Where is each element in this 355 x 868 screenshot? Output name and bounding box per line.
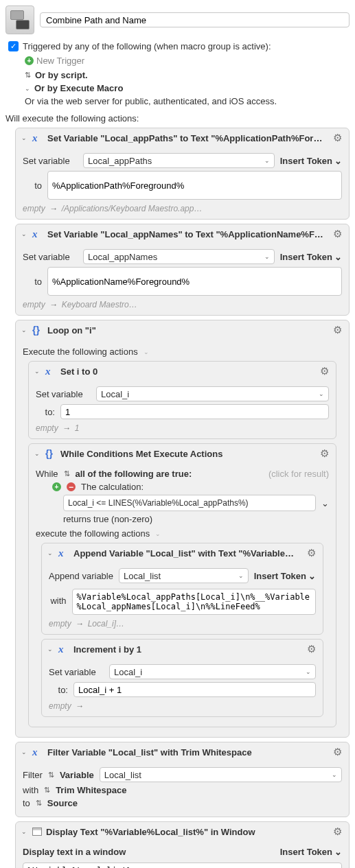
disclosure-icon[interactable]: ⌄	[21, 749, 28, 755]
variable-select[interactable]: Local_appPaths⌄	[83, 153, 275, 168]
updown-icon[interactable]: ⇅	[25, 71, 31, 80]
arrow-icon: →	[49, 204, 58, 213]
add-condition-button[interactable]: +	[52, 482, 61, 491]
variable-icon: x	[58, 548, 69, 559]
variable-select[interactable]: Local_appNames⌄	[83, 249, 275, 264]
action-increment-i[interactable]: ⌄ x Increment i by 1 ⚙ Set variable Loca…	[41, 639, 323, 717]
to-text-input[interactable]	[47, 267, 342, 296]
click-for-result[interactable]: (click for result)	[268, 469, 329, 479]
set-variable-label: Set variable	[23, 252, 78, 262]
action-title: Set i to 0	[60, 366, 314, 377]
to-label: to	[23, 798, 30, 808]
disclosure-icon[interactable]: ⌄	[21, 327, 28, 333]
gear-icon[interactable]: ⚙	[318, 365, 330, 377]
filter-label: Filter	[23, 770, 43, 780]
macro-icon	[5, 5, 34, 34]
disclosure-icon[interactable]: ⌄	[21, 134, 28, 141]
action-set-variable-appnames[interactable]: ⌄ x Set Variable "Local_appNames" to Tex…	[15, 224, 350, 316]
action-set-i[interactable]: ⌄ x Set i to 0 ⚙ Set variable Local_i⌄ t…	[28, 361, 336, 439]
action-title: Display Text "%Variable%Local_list%" in …	[46, 827, 327, 837]
macro-title-input[interactable]	[40, 12, 350, 27]
triggered-label: Triggered by any of the following (when …	[23, 41, 271, 51]
empty-label: empty	[49, 701, 71, 711]
action-title: Set Variable "Local_appNames" to Text "%…	[47, 229, 327, 239]
action-loop[interactable]: ⌄ {} Loop on "i" ⚙ Execute the following…	[15, 320, 350, 738]
set-variable-label: Set variable	[23, 156, 78, 166]
action-append-variable[interactable]: ⌄ x Append Variable "Local_list" with Te…	[41, 543, 323, 635]
chevron-down-icon[interactable]: ⌄	[321, 498, 329, 508]
variable-select[interactable]: Local_list⌄	[100, 767, 342, 782]
gear-icon[interactable]: ⚙	[331, 825, 343, 838]
preview-text: 1	[75, 423, 80, 433]
chevron-down-icon[interactable]: ⌄	[155, 530, 161, 537]
while-mode: all of the following are true:	[76, 469, 192, 479]
gear-icon[interactable]: ⚙	[305, 547, 317, 559]
or-via-web-label: Or via the web server for public, authen…	[25, 96, 277, 106]
updown-icon[interactable]: ⇅	[64, 469, 70, 478]
action-title: Loop on "i"	[47, 325, 327, 336]
filter-kind: Variable	[60, 770, 94, 780]
disclosure-icon[interactable]: ⌄	[34, 450, 41, 457]
disclosure-icon[interactable]: ⌄	[21, 231, 28, 237]
disclosure-icon[interactable]: ⌄	[21, 828, 28, 835]
remove-condition-button[interactable]: −	[67, 482, 76, 491]
chevron-down-icon[interactable]: ⌄	[144, 349, 149, 355]
action-set-variable-apppaths[interactable]: ⌄ x Set Variable "Local_appPaths" to Tex…	[15, 128, 350, 220]
disclosure-icon[interactable]: ⌄	[47, 550, 54, 556]
arrow-icon: →	[62, 423, 71, 433]
insert-token-button[interactable]: Insert Token⌄	[280, 252, 342, 262]
gear-icon[interactable]: ⚙	[305, 643, 317, 655]
preview-text: /Applications/Keyboard Maestro.app…	[62, 204, 203, 213]
disclosure-icon[interactable]: ⌄	[47, 646, 54, 653]
with-text-input[interactable]	[72, 589, 317, 615]
to-value-input[interactable]	[73, 682, 316, 697]
empty-label: empty	[23, 204, 45, 213]
updown-icon[interactable]: ⇅	[36, 799, 42, 808]
filter-to: Source	[47, 798, 78, 808]
gear-icon[interactable]: ⚙	[331, 324, 343, 336]
action-while[interactable]: ⌄ {} While Conditions Met Execute Action…	[28, 443, 336, 727]
action-filter-variable[interactable]: ⌄ x Filter Variable "Local_list" with Tr…	[15, 742, 350, 817]
to-value-input[interactable]	[60, 404, 329, 419]
disclosure-icon[interactable]: ⌄	[34, 368, 41, 375]
variable-select[interactable]: Local_list⌄	[119, 568, 249, 583]
insert-token-button[interactable]: Insert Token⌄	[280, 847, 342, 857]
empty-label: empty	[36, 423, 58, 433]
window-icon	[32, 828, 42, 836]
insert-token-button[interactable]: Insert Token⌄	[254, 571, 316, 581]
arrow-icon: →	[49, 300, 58, 309]
to-label: to:	[36, 407, 55, 417]
variable-icon: x	[32, 132, 43, 144]
chevron-down-icon[interactable]: ⌄	[25, 85, 30, 92]
variable-select[interactable]: Local_i⌄	[96, 386, 329, 401]
will-execute-label: Will execute the following actions:	[5, 113, 350, 124]
gear-icon[interactable]: ⚙	[331, 746, 343, 758]
triggered-checkbox[interactable]: ✓	[8, 41, 19, 51]
to-text-input[interactable]	[47, 171, 342, 200]
gear-icon[interactable]: ⚙	[318, 447, 330, 460]
display-text-input[interactable]	[23, 863, 342, 868]
filter-with: Trim Whitespace	[56, 785, 126, 795]
gear-icon[interactable]: ⚙	[331, 132, 343, 144]
variable-icon: x	[45, 366, 56, 377]
execute-actions-label: execute the following actions	[36, 528, 150, 539]
to-label: to	[23, 180, 42, 191]
insert-token-button[interactable]: Insert Token⌄	[280, 156, 342, 166]
with-label: with	[49, 596, 67, 606]
gear-icon[interactable]: ⚙	[331, 228, 343, 240]
arrow-icon: →	[76, 619, 84, 629]
execute-actions-label: Execute the following actions	[23, 347, 138, 357]
variable-select[interactable]: Local_i⌄	[109, 664, 316, 679]
updown-icon[interactable]: ⇅	[48, 771, 54, 779]
action-display-text[interactable]: ⌄ Display Text "%Variable%Local_list%" i…	[15, 821, 350, 868]
display-mode-label: Display text in a window	[23, 847, 126, 857]
new-trigger-button[interactable]: + New Trigger	[25, 56, 350, 66]
empty-label: empty	[23, 300, 45, 309]
set-variable-label: Set variable	[36, 389, 91, 399]
updown-icon[interactable]: ⇅	[44, 786, 50, 795]
calculation-input[interactable]: Local_i <= LINES(%Variable%Local_appPath…	[63, 495, 316, 511]
preview-text: Local_i]…	[88, 619, 124, 629]
to-label: to:	[49, 685, 68, 695]
variable-icon: x	[58, 644, 69, 655]
arrow-icon: →	[76, 701, 84, 711]
